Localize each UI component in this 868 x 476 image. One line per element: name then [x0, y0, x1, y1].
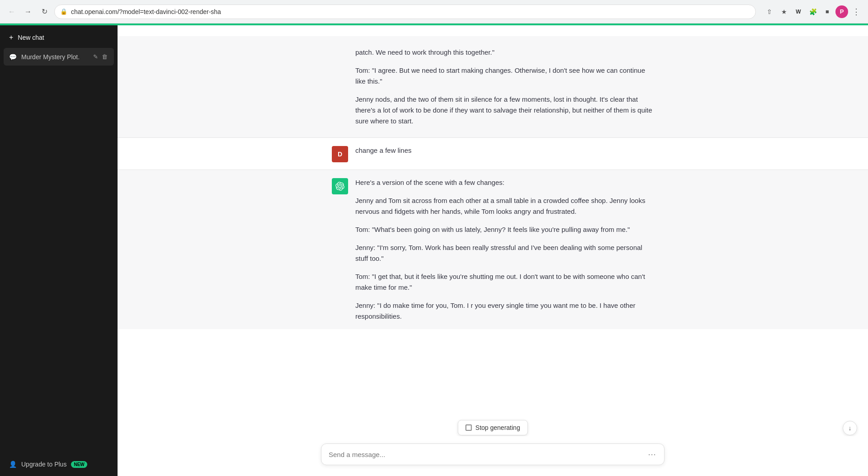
lock-icon: 🔒: [60, 8, 67, 15]
chat-messages: patch. We need to work through this toge…: [118, 25, 868, 476]
extension-3-button[interactable]: ■: [821, 5, 834, 18]
app-layout: + New chat 💬 Murder Mystery Plot. ✎ 🗑 👤 …: [0, 25, 868, 476]
menu-button[interactable]: ⋮: [850, 5, 863, 18]
assistant-message-inner: Here's a version of the scene with a few…: [321, 177, 665, 322]
new-badge: NEW: [71, 461, 87, 468]
sidebar: + New chat 💬 Murder Mystery Plot. ✎ 🗑 👤 …: [0, 25, 118, 476]
assistant-message-block: Here's a version of the scene with a few…: [118, 170, 868, 329]
assistant-avatar: [332, 178, 348, 194]
prior-text-p1: patch. We need to work through this toge…: [355, 47, 654, 58]
new-chat-label: New chat: [18, 34, 44, 41]
new-chat-button[interactable]: + New chat: [4, 29, 114, 46]
message-input[interactable]: [329, 451, 647, 458]
browser-bar: ← → ↻ 🔒 chat.openai.com/?model=text-davi…: [0, 0, 868, 24]
chat-item-label: Murder Mystery Plot.: [21, 53, 88, 61]
rename-button[interactable]: ✎: [92, 52, 99, 61]
user-icon: 👤: [9, 461, 17, 468]
chat-icon: 💬: [9, 53, 17, 61]
assistant-p1: Jenny and Tom sit across from each other…: [355, 195, 654, 217]
user-message-text: change a few lines: [355, 145, 654, 156]
reload-button[interactable]: ↻: [38, 5, 51, 18]
user-avatar: D: [332, 146, 348, 162]
user-message-inner: D change a few lines: [321, 145, 665, 162]
prior-text-p2: Tom: "I agree. But we need to start maki…: [355, 65, 654, 87]
user-message-block: D change a few lines: [118, 138, 868, 170]
url-text: chat.openai.com/?model=text-davinci-002-…: [71, 8, 750, 15]
scroll-down-button[interactable]: ↓: [843, 421, 857, 435]
assistant-intro: Here's a version of the scene with a few…: [355, 177, 654, 188]
back-button[interactable]: ←: [5, 5, 18, 18]
input-actions: ⋯: [647, 448, 657, 460]
prior-text-p3: Jenny nods, and the two of them sit in s…: [355, 94, 654, 127]
stop-icon: [466, 424, 472, 431]
assistant-p5: Jenny: "I do make time for you, Tom. I r…: [355, 300, 654, 322]
chat-item-actions: ✎ 🗑: [92, 52, 108, 61]
plus-icon: +: [9, 33, 13, 42]
user-message-content: change a few lines: [355, 145, 654, 156]
forward-button[interactable]: →: [22, 5, 34, 18]
input-container: ⋯: [321, 443, 665, 465]
assistant-message-content: Here's a version of the scene with a few…: [355, 177, 654, 322]
bookmark-button[interactable]: ★: [778, 5, 790, 18]
share-button[interactable]: ⇧: [763, 5, 776, 18]
extension-1-button[interactable]: W: [792, 5, 805, 18]
upgrade-button[interactable]: 👤 Upgrade to Plus NEW: [4, 456, 114, 472]
sidebar-bottom: 👤 Upgrade to Plus NEW: [4, 456, 114, 472]
prior-assistant-block: patch. We need to work through this toge…: [118, 36, 868, 137]
assistant-p3: Jenny: "I'm sorry, Tom. Work has been re…: [355, 242, 654, 264]
delete-button[interactable]: 🗑: [101, 52, 108, 61]
chevron-down-icon: ↓: [849, 424, 852, 432]
main-content: patch. We need to work through this toge…: [118, 25, 868, 476]
profile-button[interactable]: P: [835, 5, 848, 18]
sidebar-item-murder-mystery[interactable]: 💬 Murder Mystery Plot. ✎ 🗑: [4, 48, 114, 66]
upgrade-label: Upgrade to Plus: [21, 461, 66, 468]
browser-actions: ⇧ ★ W 🧩 ■ P ⋮: [763, 5, 863, 18]
more-options-button[interactable]: ⋯: [647, 448, 657, 460]
assistant-p4: Tom: "I get that, but it feels like you'…: [355, 271, 654, 293]
input-area: ⋯: [118, 436, 868, 476]
stop-generating-label: Stop generating: [476, 424, 520, 431]
assistant-p2: Tom: "What's been going on with us latel…: [355, 224, 654, 235]
extension-2-button[interactable]: 🧩: [807, 5, 819, 18]
stop-generating-button[interactable]: Stop generating: [458, 420, 528, 435]
address-bar[interactable]: 🔒 chat.openai.com/?model=text-davinci-00…: [54, 5, 756, 19]
